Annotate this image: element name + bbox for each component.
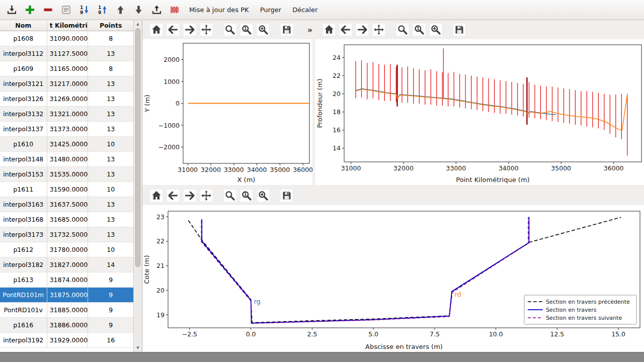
- move-up-button[interactable]: [112, 2, 129, 18]
- points-cell: 16: [88, 333, 133, 347]
- sort-ascending-button[interactable]: 19: [94, 2, 111, 18]
- import-icon: [6, 4, 18, 16]
- longitudinal-profile-chart[interactable]: 3100032000330003400035000360001416182022…: [315, 39, 644, 185]
- zoom-plus-button[interactable]: [429, 23, 443, 37]
- import-button[interactable]: [3, 2, 20, 18]
- table-row[interactable]: interpol313231321.000013: [0, 107, 133, 122]
- table-row[interactable]: interpol318231827.000014: [0, 257, 133, 273]
- table-row[interactable]: interpol316831685.000013: [0, 212, 133, 227]
- forward-button[interactable]: [183, 23, 197, 37]
- back-button[interactable]: [166, 189, 180, 203]
- zoom-one-button[interactable]: 1: [239, 23, 254, 37]
- nom-cell: p1608: [0, 31, 47, 46]
- svg-text:12.5: 12.5: [550, 330, 564, 338]
- table-row[interactable]: interpol312131217.000013: [0, 76, 133, 92]
- plan-view-chart[interactable]: 310003200033000340003500036000−2000−1000…: [142, 39, 312, 185]
- plan-view-toolbar: 1»: [142, 20, 312, 39]
- edit-button[interactable]: [57, 2, 74, 18]
- scroll-up-icon[interactable]: ▲: [134, 21, 142, 28]
- cross-section-chart[interactable]: −2.50.02.55.07.510.012.515.01920212223Ab…: [142, 205, 644, 352]
- add-button[interactable]: [21, 2, 38, 18]
- scrollbar-thumb[interactable]: [135, 28, 140, 267]
- update-pk-button[interactable]: Mise à jour des PK: [184, 2, 254, 18]
- table-row[interactable]: interpol313731373.000013: [0, 122, 133, 137]
- shift-button[interactable]: Décaler: [287, 2, 323, 18]
- svg-text:9: 9: [98, 10, 101, 15]
- zoom-one-button[interactable]: 1: [239, 189, 254, 203]
- back-button[interactable]: [339, 23, 353, 37]
- nom-cell: PontRD101v: [0, 303, 47, 317]
- move-up-icon: [115, 4, 126, 16]
- sort-descending-button[interactable]: 19: [75, 2, 93, 18]
- pan-button[interactable]: [372, 23, 386, 37]
- table-row[interactable]: PontRD101v31885.00009: [0, 303, 133, 318]
- sections-button[interactable]: [166, 2, 183, 18]
- table-row[interactable]: interpol312631269.000013: [0, 92, 133, 107]
- home-button[interactable]: [149, 23, 164, 37]
- svg-text:7.5: 7.5: [430, 330, 440, 338]
- profile-panel: 1 31000320003300034000350003600014161820…: [315, 20, 644, 186]
- nom-cell: interpol3148: [0, 152, 47, 166]
- points-cell: 9: [88, 318, 133, 332]
- zoom-plus-button[interactable]: [256, 23, 270, 37]
- table-row[interactable]: interpol319231929.000016: [0, 333, 133, 348]
- pk-cell: 31780.0000: [47, 242, 89, 257]
- table-row[interactable]: p161131590.000010: [0, 182, 133, 197]
- table-row[interactable]: p161331874.00009: [0, 273, 133, 288]
- column-header[interactable]: t Kilométrique: [47, 20, 89, 31]
- home-button[interactable]: [322, 23, 336, 37]
- forward-button[interactable]: [183, 189, 197, 203]
- table-row[interactable]: interpol315331535.000013: [0, 167, 133, 182]
- nom-cell: interpol3126: [0, 92, 47, 106]
- points-cell: 10: [88, 182, 133, 197]
- back-button[interactable]: [166, 23, 180, 37]
- column-header[interactable]: Nom: [0, 20, 47, 31]
- zoom-button[interactable]: [395, 23, 410, 37]
- table-row[interactable]: p160931165.00008: [0, 61, 133, 76]
- save-button[interactable]: [280, 189, 294, 203]
- table-scrollbar[interactable]: ▲ ▼: [133, 20, 142, 352]
- table-row[interactable]: p161031425.000010: [0, 137, 133, 152]
- zoom-one-button[interactable]: 1: [412, 23, 426, 37]
- zoom-plus-button[interactable]: [256, 189, 270, 203]
- table-row[interactable]: PontRD101m31875.00009: [0, 288, 133, 303]
- table-row[interactable]: p160831090.00008: [0, 31, 133, 46]
- column-header[interactable]: Points: [88, 20, 133, 31]
- pan-button[interactable]: [199, 189, 213, 203]
- home-button[interactable]: [149, 189, 164, 203]
- export-button[interactable]: [148, 2, 165, 18]
- svg-text:34000: 34000: [499, 164, 519, 172]
- table-row[interactable]: interpol311231127.500013: [0, 46, 133, 61]
- svg-text:9: 9: [79, 10, 83, 15]
- toolbar-overflow-button[interactable]: »: [307, 25, 312, 35]
- forward-button[interactable]: [355, 23, 369, 37]
- purge-button[interactable]: Purger: [255, 2, 287, 18]
- svg-text:24: 24: [333, 54, 341, 61]
- svg-text:20: 20: [156, 287, 165, 294]
- zoom-button[interactable]: [223, 189, 237, 203]
- nom-cell: interpol3168: [0, 212, 47, 227]
- pan-button[interactable]: [199, 23, 213, 37]
- main-toolbar: 1919Mise à jour des PKPurgerDécaler: [0, 0, 644, 20]
- zoom-button[interactable]: [223, 23, 237, 37]
- pk-cell: 31874.0000: [47, 273, 89, 287]
- remove-button[interactable]: [39, 2, 56, 18]
- table-row[interactable]: interpol314831480.000013: [0, 152, 133, 167]
- nom-cell: interpol3192: [0, 333, 47, 347]
- table-row[interactable]: interpol316331637.500013: [0, 197, 133, 212]
- nom-cell: p1609: [0, 61, 47, 76]
- move-down-button[interactable]: [130, 2, 147, 18]
- y-axis-label: Y (m): [143, 95, 151, 113]
- table-row[interactable]: p161631886.00009: [0, 318, 133, 333]
- svg-text:18: 18: [333, 108, 341, 116]
- svg-text:1000: 1000: [164, 78, 180, 85]
- scroll-down-icon[interactable]: ▼: [134, 344, 142, 351]
- save-button[interactable]: [452, 23, 466, 37]
- table-row[interactable]: p161231780.000010: [0, 242, 133, 257]
- pk-cell: 31165.0000: [47, 61, 89, 76]
- legend-label: Section en travers: [546, 307, 597, 313]
- table-body: p160831090.00008interpol311231127.500013…: [0, 31, 133, 352]
- top-charts-row: 1» 310003200033000340003500036000−2000−1…: [142, 20, 644, 186]
- save-button[interactable]: [280, 23, 294, 37]
- table-row[interactable]: interpol317331732.500013: [0, 227, 133, 242]
